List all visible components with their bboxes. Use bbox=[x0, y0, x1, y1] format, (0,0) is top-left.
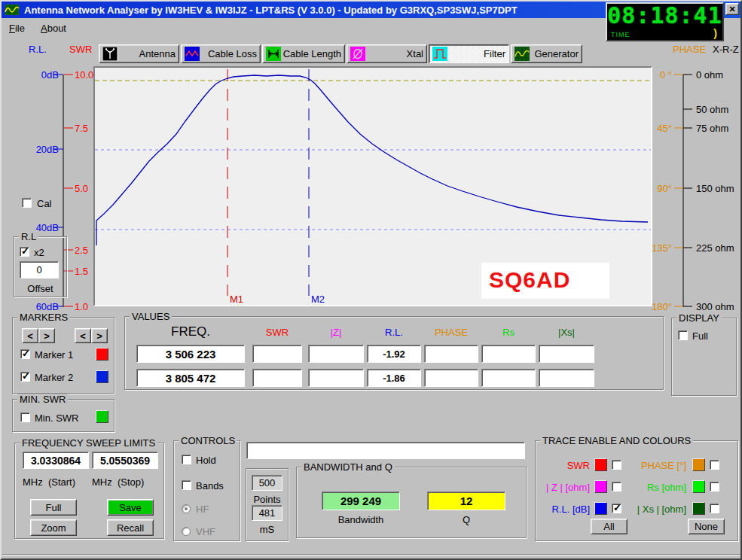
min-swr-colour-swatch[interactable] bbox=[96, 410, 108, 423]
trace-xs-swatch[interactable] bbox=[692, 502, 705, 515]
offset-input[interactable]: 0 bbox=[20, 261, 59, 278]
trace-rl-label: R.L. [dB] bbox=[537, 504, 590, 515]
xtal-button[interactable]: Xtal bbox=[347, 44, 427, 63]
bands-label: Bands bbox=[196, 480, 224, 492]
display-full-checkbox[interactable] bbox=[678, 330, 688, 340]
right-axis-xrz-title: X-R-Z bbox=[713, 44, 739, 55]
vhf-label: VHF bbox=[196, 526, 215, 537]
generator-button[interactable]: Generator bbox=[511, 44, 582, 63]
trace-phase-swatch[interactable] bbox=[692, 458, 705, 471]
marker2-phase-field bbox=[424, 369, 478, 387]
marker1-rs-field bbox=[481, 345, 536, 363]
controls-group: CONTROLS Hold Bands HF VHF bbox=[173, 440, 240, 541]
trace-rl-swatch[interactable] bbox=[594, 502, 607, 515]
recall-button[interactable]: Recall bbox=[107, 519, 154, 536]
values-header-freq: FREQ. bbox=[136, 324, 245, 339]
start-frequency-input[interactable]: 3.0330864 bbox=[23, 452, 89, 469]
marker2-next-button[interactable]: > bbox=[91, 328, 108, 343]
marker2-colour-swatch[interactable] bbox=[96, 370, 108, 383]
axis-tick-label: 10.0 bbox=[75, 69, 93, 81]
trace-phase-label: PHASE [°] bbox=[632, 460, 686, 471]
filter-button[interactable]: Filter bbox=[429, 44, 509, 63]
axis-tick-label: 20dB bbox=[24, 144, 59, 155]
x2-checkbox[interactable] bbox=[20, 247, 29, 257]
trace-swr-swatch[interactable] bbox=[594, 458, 607, 471]
left-axis-swr-title: SWR bbox=[69, 44, 92, 55]
trace-rl-checkbox[interactable] bbox=[612, 504, 621, 513]
menu-file[interactable]: File bbox=[9, 23, 25, 34]
left-axis-rl-title: R.L. bbox=[29, 44, 47, 55]
trace-rs-swatch[interactable] bbox=[692, 480, 705, 493]
points-field[interactable]: 500 bbox=[252, 475, 282, 491]
trace-none-button[interactable]: None bbox=[688, 519, 725, 534]
group-title: MARKERS bbox=[17, 312, 70, 323]
trace-z-checkbox[interactable] bbox=[612, 482, 621, 492]
close-button[interactable]: ✕ bbox=[725, 3, 739, 15]
trace-z-swatch[interactable] bbox=[594, 480, 607, 493]
trace-rs-label: Rs [ohm] bbox=[632, 482, 686, 493]
marker2-xs-field bbox=[539, 369, 594, 387]
values-header-swr: SWR bbox=[252, 327, 302, 338]
axis-tick-label: 300 ohm bbox=[696, 301, 734, 312]
marker1-next-button[interactable]: > bbox=[38, 328, 55, 343]
marker2-prev-button[interactable]: < bbox=[75, 328, 91, 343]
right-axis-phase-title: PHASE bbox=[673, 44, 706, 55]
chart-area[interactable]: M1 M2 SQ6AD bbox=[93, 66, 652, 306]
menu-about[interactable]: About bbox=[41, 23, 66, 34]
moon-icon: ) bbox=[713, 27, 717, 39]
timing-group: 500 Points 481 mS bbox=[246, 468, 289, 541]
comment-input[interactable] bbox=[246, 442, 525, 459]
marker1-freq-field[interactable]: 3 506 223 bbox=[136, 345, 245, 363]
min-swr-checkbox[interactable] bbox=[20, 412, 30, 422]
trace-xs-label: | Xs | [ohm] bbox=[632, 504, 686, 515]
axis-tick-label: 5.0 bbox=[75, 183, 88, 194]
group-title: TRACE ENABLE AND COLOURS bbox=[540, 435, 693, 446]
cable-loss-button[interactable]: Cable Loss bbox=[181, 44, 261, 63]
vhf-radio[interactable] bbox=[182, 527, 191, 536]
trace-all-button[interactable]: All bbox=[591, 519, 627, 534]
hf-radio[interactable] bbox=[182, 504, 191, 513]
marker1-checkbox[interactable] bbox=[20, 349, 30, 359]
antenna-button[interactable]: Antenna bbox=[99, 44, 179, 63]
axis-tick-label: 0 ohm bbox=[696, 69, 723, 81]
xtal-icon bbox=[350, 47, 366, 61]
marker2-z-field bbox=[308, 369, 364, 387]
marker2-freq-field[interactable]: 3 805 472 bbox=[136, 369, 245, 387]
bands-checkbox[interactable] bbox=[182, 480, 191, 490]
display-group: DISPLAY Full bbox=[671, 318, 737, 396]
axis-tick-label: 75 ohm bbox=[696, 123, 728, 134]
group-title: FREQUENCY SWEEP LIMITS bbox=[20, 437, 157, 449]
zoom-button[interactable]: Zoom bbox=[30, 519, 77, 536]
trace-xs-checkbox[interactable] bbox=[710, 504, 719, 513]
marker2-label: Marker 2 bbox=[35, 372, 73, 383]
ms-field[interactable]: 481 bbox=[252, 505, 282, 521]
marker2-checkbox[interactable] bbox=[20, 372, 30, 382]
axis-tick-label: 1.5 bbox=[75, 266, 88, 277]
rl-trace bbox=[96, 75, 648, 245]
axis-tick-label: 2.5 bbox=[75, 245, 88, 256]
values-header-xs: |Xs| bbox=[539, 327, 594, 338]
cable-length-button[interactable]: Cable Length bbox=[262, 44, 345, 63]
callsign-watermark: SQ6AD bbox=[481, 263, 609, 299]
offset-label: Offset bbox=[14, 283, 66, 294]
cal-checkbox[interactable] bbox=[22, 198, 32, 208]
generator-icon bbox=[514, 47, 530, 61]
hold-checkbox[interactable] bbox=[182, 455, 191, 464]
save-button[interactable]: Save bbox=[107, 499, 154, 516]
marker1-prev-button[interactable]: < bbox=[22, 328, 38, 343]
group-title: R.L bbox=[19, 231, 38, 242]
stop-frequency-label: MHz (Stop) bbox=[92, 476, 144, 488]
stop-frequency-input[interactable]: 5.0550369 bbox=[92, 452, 158, 469]
full-button[interactable]: Full bbox=[30, 499, 77, 516]
trace-phase-checkbox[interactable] bbox=[710, 460, 719, 470]
trace-rs-checkbox[interactable] bbox=[710, 482, 719, 492]
trace-group: TRACE ENABLE AND COLOURS SWR PHASE [°] |… bbox=[535, 440, 738, 541]
trace-z-label: | Z | [ohm] bbox=[537, 482, 590, 493]
bandwidth-field: 299 249 bbox=[322, 492, 400, 510]
marker1-colour-swatch[interactable] bbox=[96, 348, 108, 361]
axis-tick-label: 7.5 bbox=[75, 123, 88, 134]
marker1-xs-field bbox=[539, 345, 594, 363]
trace-swr-checkbox[interactable] bbox=[612, 460, 621, 470]
hold-label: Hold bbox=[196, 455, 216, 466]
bandwidth-group: BANDWIDTH and Q 299 249 12 Bandwidth Q bbox=[296, 467, 527, 538]
